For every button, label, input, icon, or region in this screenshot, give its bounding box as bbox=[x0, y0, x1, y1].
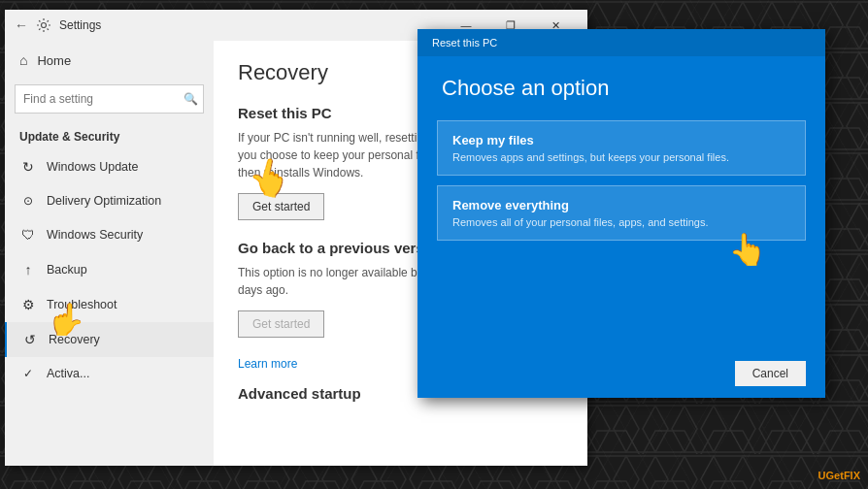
title-bar-left: ← Settings bbox=[15, 17, 444, 33]
keep-files-option[interactable]: Keep my files Removes apps and settings,… bbox=[437, 120, 806, 176]
sidebar-section-title: Update & Security bbox=[5, 118, 214, 149]
sidebar-item-troubleshoot[interactable]: ⚙ Troubleshoot bbox=[5, 287, 214, 322]
delivery-optimization-icon: ⊙ bbox=[19, 194, 37, 208]
home-label: Home bbox=[37, 53, 71, 68]
backup-icon: ↑ bbox=[19, 262, 37, 277]
sidebar: ⌂ Home 🔍 Update & Security ↻ Windows Upd… bbox=[5, 41, 214, 466]
back-button[interactable]: ← bbox=[15, 17, 28, 33]
reset-dialog-footer: Cancel bbox=[417, 349, 825, 398]
sidebar-item-backup[interactable]: ↑ Backup bbox=[5, 252, 214, 287]
reset-dialog: Reset this PC Choose an option Keep my f… bbox=[417, 29, 825, 398]
keep-files-desc: Removes apps and settings, but keeps you… bbox=[452, 151, 790, 163]
watermark-highlight: Get bbox=[826, 470, 844, 481]
home-icon: ⌂ bbox=[19, 52, 27, 68]
sidebar-item-home[interactable]: ⌂ Home bbox=[5, 41, 214, 80]
recovery-icon: ↺ bbox=[21, 332, 39, 347]
windows-update-label: Windows Update bbox=[47, 160, 139, 174]
windows-update-icon: ↻ bbox=[19, 159, 37, 175]
windows-security-label: Windows Security bbox=[47, 228, 143, 242]
recovery-label: Recovery bbox=[49, 333, 100, 346]
windows-security-icon: 🛡 bbox=[19, 227, 37, 243]
reset-dialog-header: Reset this PC bbox=[417, 29, 825, 56]
sidebar-item-recovery[interactable]: ↺ Recovery bbox=[5, 322, 214, 357]
remove-everything-option[interactable]: Remove everything Removes all of your pe… bbox=[437, 185, 806, 241]
cancel-button[interactable]: Cancel bbox=[735, 361, 806, 386]
activation-icon: ✓ bbox=[19, 367, 37, 380]
activation-label: Activa... bbox=[47, 367, 89, 380]
title-bar-title: Settings bbox=[59, 18, 101, 32]
keep-files-title: Keep my files bbox=[452, 133, 790, 147]
watermark-prefix: U bbox=[818, 470, 826, 481]
troubleshoot-label: Troubleshoot bbox=[47, 298, 117, 311]
go-back-get-started-button[interactable]: Get started bbox=[238, 310, 324, 338]
sidebar-item-windows-security[interactable]: 🛡 Windows Security bbox=[5, 217, 214, 252]
settings-icon bbox=[36, 17, 51, 33]
cursor-area: 👆 bbox=[417, 245, 825, 275]
remove-everything-title: Remove everything bbox=[452, 198, 790, 212]
delivery-optimization-label: Delivery Optimization bbox=[47, 194, 161, 208]
search-icon: 🔍 bbox=[184, 92, 198, 106]
svg-point-6 bbox=[42, 23, 47, 28]
search-input[interactable] bbox=[15, 84, 204, 114]
troubleshoot-icon: ⚙ bbox=[19, 297, 37, 312]
sidebar-item-activation[interactable]: ✓ Activa... bbox=[5, 357, 214, 390]
sidebar-item-windows-update[interactable]: ↻ Windows Update bbox=[5, 149, 214, 184]
watermark-suffix: FIX bbox=[844, 470, 860, 481]
reset-get-started-button[interactable]: Get started bbox=[238, 193, 324, 220]
sidebar-item-delivery-optimization[interactable]: ⊙ Delivery Optimization bbox=[5, 184, 214, 217]
remove-everything-desc: Removes all of your personal files, apps… bbox=[452, 216, 790, 228]
sidebar-search: 🔍 bbox=[15, 84, 204, 114]
backup-label: Backup bbox=[47, 263, 87, 277]
reset-dialog-title: Choose an option bbox=[417, 56, 825, 115]
watermark: UGetFIX bbox=[818, 470, 860, 481]
